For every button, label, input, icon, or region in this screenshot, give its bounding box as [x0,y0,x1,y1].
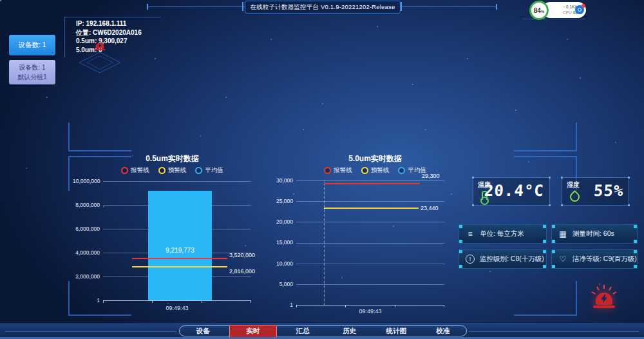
x-tick-label: 09:49:43 [145,305,209,311]
tile-unit: ≡ 单位: 每立方米 [459,224,547,244]
chart-05um-title: 0.5um实时数据 [80,153,264,164]
tile-monitor-level-label: 监控级别: C8(十万级) [480,255,544,264]
ytick: 5,000 [266,281,293,287]
bracket-top-left-upper [68,122,131,151]
nav-item-summary[interactable]: 汇总 [279,327,327,336]
x-axis [296,305,444,305]
bottom-navbar: 设备 实时 汇总 历史 统计图 校准 [0,324,644,338]
warn-line [132,266,227,267]
tile-measure-time-label: 测量时间: 60s [573,229,614,238]
category-marker-line [324,180,325,305]
legend-red-marker-icon [324,167,331,174]
alarm-ray [609,286,612,290]
memory-percent-sign: % [541,10,544,14]
device-count-button[interactable]: 设备数: 1 [9,35,55,55]
calendar-icon: ▦ [558,229,567,238]
legend-yellow-marker-icon [158,167,166,174]
warn-line-label: 2,816,000 [229,268,255,275]
alarm-base [95,49,106,50]
legend-label: 预警线 [168,166,187,175]
humidity-value: 55% [593,182,624,200]
legend-label: 报警线 [334,166,352,175]
alarm-ray [603,285,605,289]
bar-05um[interactable]: 9,219,773 [148,191,212,300]
legend-warn-line[interactable]: 预警线 [158,166,187,175]
alarm-ray [96,39,97,41]
group-device-count: 设备数: 1 [19,63,45,72]
legend-average[interactable]: 平均值 [195,166,223,175]
legend-label: 预警线 [371,166,390,175]
legend-alarm-line[interactable]: 报警线 [324,166,352,175]
ytick: 6,000,000 [73,226,100,232]
gridline [296,180,444,181]
x-axis [103,300,251,301]
alarm-line [132,258,227,259]
nav-line-right [469,331,639,332]
nav-stadium: 设备 实时 汇总 历史 统计图 校准 [179,325,467,336]
top-line-left-cap [147,4,148,10]
tile-monitor-level: ! 监控级别: C8(十万级) [459,249,547,269]
humidity-panel: 湿度 55% [562,177,629,206]
title-right-notch [401,2,402,11]
device-platform-icon [85,55,115,70]
legend-alarm-line[interactable]: 报警线 [121,166,149,175]
legend-red-marker-icon [121,167,128,174]
warn-line [324,208,419,209]
gridline [296,264,444,264]
gridline [296,243,444,244]
device-location: 位置: CW6D2020A016 [76,28,142,37]
nav-item-history[interactable]: 历史 [327,327,374,336]
device-count-05um: 0.5um: 9,300,027 [76,37,142,46]
tile-unit-label: 单位: 每立方米 [480,229,524,238]
gridline [296,201,444,202]
top-line-right [398,6,496,7]
shield-icon: ♡ [558,255,567,264]
legend-yellow-marker-icon [361,167,368,174]
alarm-indicator-icon[interactable] [590,285,618,311]
legend-label: 平均值 [205,166,223,175]
ytick: 15,000 [266,239,293,246]
gridline [296,284,444,285]
tile-clean-level: ♡ 洁净等级: C9(百万级) [551,249,638,269]
ytick: 10,000 [266,260,293,267]
top-line-right-cap [496,4,497,10]
device-info-panel: IP: 192.168.1.111 位置: CW6D2020A016 0.5um… [76,19,142,54]
gridline [296,222,444,222]
memory-percent-badge[interactable]: 84% [529,1,549,20]
nav-item-realtime[interactable]: 实时 [229,325,278,338]
gridline [103,181,251,182]
ytick: 30,000 [266,177,293,184]
nav-item-devices[interactable]: 设备 [180,327,227,336]
droplet-icon [568,190,582,204]
alarm-line-label: 29,300 [422,173,440,179]
alarm-base [593,305,615,308]
humidity-label: 湿度 [567,180,580,189]
page-title: 在线粒子计数器监控平台 V0.1.9-20221202-Release [245,1,401,14]
ytick: 25,000 [266,198,293,204]
bracket-bottom-right [514,281,577,316]
ytick: 10,000,000 [73,178,100,184]
nav-item-calibration[interactable]: 校准 [420,327,467,336]
system-monitor-widget[interactable]: ↑ 0.1K/s CPU 36°C [542,2,586,18]
alarm-ray [100,39,100,41]
warn-line-label: 23,440 [421,205,439,211]
chart-50um: 5.0um实时数据 报警线 预警线 平均值 30,000 25,000 20,0… [283,152,467,315]
ytick: 8,000,000 [73,202,100,208]
group-button[interactable]: 设备数: 1 默认分组1 [9,60,55,84]
device-count-50um: 5.0um: 0 [76,46,142,55]
tile-clean-level-label: 洁净等级: C9(百万级) [573,255,637,264]
ytick: 1 [73,297,100,304]
group-name: 默认分组1 [17,72,47,82]
alarm-ray [612,291,616,295]
nav-line-left [5,331,176,332]
legend-label: 报警线 [131,166,149,175]
alarm-ray [102,39,104,41]
alarm-line-label: 3,520,000 [229,252,255,258]
bar-value-label: 9,219,773 [148,247,212,254]
top-line-left [148,6,246,7]
cpu-label: CPU [563,10,572,15]
ytick: 2,000,000 [73,273,100,280]
temperature-value: 20.4°C [484,182,545,200]
legend-warn-line[interactable]: 预警线 [361,166,390,175]
nav-item-charts[interactable]: 统计图 [373,327,420,336]
